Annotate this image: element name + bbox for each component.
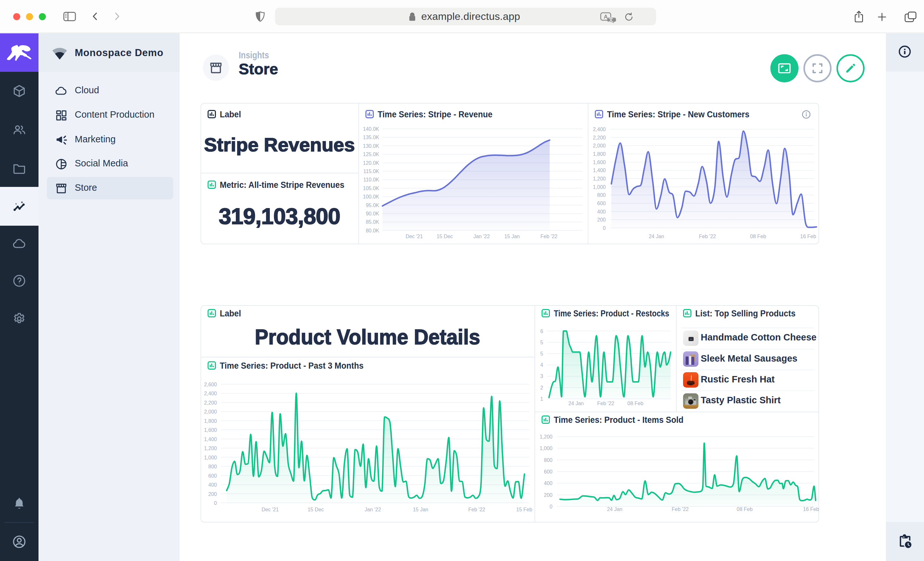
svg-text:400: 400 [208, 482, 217, 488]
svg-text:800: 800 [597, 192, 606, 198]
svg-text:1,200: 1,200 [540, 434, 552, 440]
svg-text:5: 5 [540, 340, 543, 345]
svg-text:1,000: 1,000 [204, 455, 217, 460]
svg-text:115.0K: 115.0K [363, 169, 379, 174]
svg-text:85.0K: 85.0K [366, 219, 379, 225]
svg-text:90.0K: 90.0K [366, 211, 379, 216]
svg-text:135.0K: 135.0K [363, 135, 379, 140]
svg-text:600: 600 [597, 200, 606, 206]
svg-text:Feb '22: Feb '22 [468, 507, 485, 512]
svg-text:24 Jan: 24 Jan [568, 401, 584, 406]
svg-text:1,400: 1,400 [204, 437, 217, 442]
svg-text:100.0K: 100.0K [363, 194, 379, 199]
svg-text:1,000: 1,000 [540, 446, 552, 451]
svg-text:130.0K: 130.0K [363, 143, 379, 149]
svg-text:800: 800 [208, 464, 217, 469]
svg-text:16 Feb: 16 Feb [800, 234, 816, 239]
svg-text:Feb '22: Feb '22 [541, 234, 558, 239]
svg-text:110.0K: 110.0K [363, 177, 379, 183]
svg-text:Feb '22: Feb '22 [699, 234, 716, 239]
svg-text:125.0K: 125.0K [363, 152, 379, 157]
svg-text:1: 1 [540, 396, 543, 402]
svg-text:200: 200 [597, 217, 606, 223]
svg-text:0: 0 [603, 225, 606, 231]
svg-text:800: 800 [544, 458, 552, 463]
svg-text:文: 文 [608, 17, 614, 22]
svg-text:Dec '21: Dec '21 [261, 507, 279, 512]
svg-text:24 Jan: 24 Jan [649, 234, 664, 239]
svg-text:15 Dec: 15 Dec [436, 234, 453, 239]
svg-text:80.0K: 80.0K [366, 228, 379, 233]
svg-text:Jan '22: Jan '22 [473, 234, 490, 239]
svg-text:95.0K: 95.0K [366, 203, 379, 208]
svg-text:08 Feb: 08 Feb [627, 401, 644, 406]
svg-text:24 Jan: 24 Jan [607, 507, 622, 512]
svg-text:08 Feb: 08 Feb [736, 507, 753, 512]
svg-text:105.0K: 105.0K [363, 186, 379, 191]
svg-text:600: 600 [544, 469, 552, 474]
svg-text:3: 3 [540, 374, 543, 379]
svg-text:600: 600 [208, 473, 217, 479]
svg-text:2,200: 2,200 [593, 135, 606, 141]
svg-text:1,600: 1,600 [593, 160, 606, 165]
svg-text:2,200: 2,200 [204, 400, 217, 405]
svg-text:15 Feb: 15 Feb [516, 507, 532, 512]
svg-text:15 Jan: 15 Jan [413, 507, 428, 512]
svg-text:15 Jan: 15 Jan [504, 234, 520, 239]
svg-text:Feb '22: Feb '22 [672, 507, 689, 512]
svg-text:1,000: 1,000 [593, 184, 606, 190]
svg-text:2,600: 2,600 [204, 382, 217, 387]
svg-text:1,200: 1,200 [593, 176, 606, 181]
svg-text:1,200: 1,200 [204, 446, 217, 451]
svg-text:2: 2 [540, 385, 543, 390]
svg-text:Jan '22: Jan '22 [364, 507, 381, 512]
svg-text:200: 200 [544, 492, 552, 498]
svg-text:0: 0 [550, 504, 552, 509]
svg-text:400: 400 [597, 209, 606, 214]
svg-text:5: 5 [540, 351, 543, 356]
svg-text:2,000: 2,000 [593, 143, 606, 148]
svg-text:140.0K: 140.0K [363, 126, 379, 132]
svg-text:16 Feb: 16 Feb [803, 507, 819, 512]
svg-text:0: 0 [214, 500, 217, 506]
svg-text:1,800: 1,800 [593, 151, 606, 157]
svg-text:400: 400 [544, 480, 552, 486]
svg-text:Dec '21: Dec '21 [405, 234, 423, 239]
svg-text:120.0K: 120.0K [363, 160, 379, 166]
svg-text:0:0: 0:0 [690, 338, 692, 340]
svg-text:2,400: 2,400 [593, 127, 606, 132]
svg-text:4: 4 [540, 362, 543, 368]
svg-text:1,400: 1,400 [593, 168, 606, 173]
svg-text:200: 200 [208, 491, 217, 497]
svg-text:6: 6 [540, 329, 543, 334]
svg-text:15 Dec: 15 Dec [308, 507, 324, 512]
svg-text:1,600: 1,600 [204, 427, 217, 433]
svg-text:2,400: 2,400 [204, 391, 217, 396]
svg-text:1,800: 1,800 [204, 418, 217, 424]
svg-text:2,000: 2,000 [204, 409, 217, 414]
svg-text:08 Feb: 08 Feb [750, 234, 766, 239]
svg-text:Feb '22: Feb '22 [597, 401, 614, 406]
